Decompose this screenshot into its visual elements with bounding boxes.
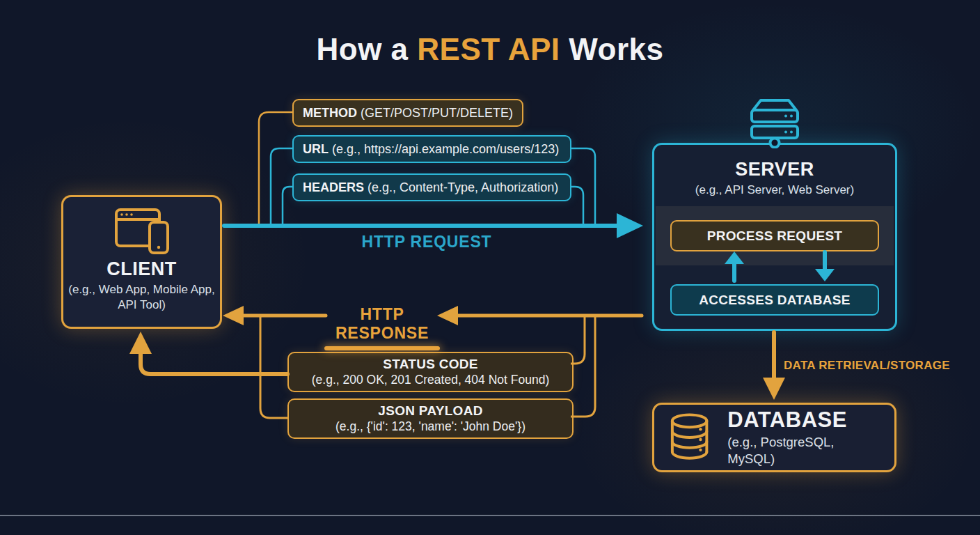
client-node: CLIENT (e.g., Web App, Mobile App, API T… <box>61 195 222 329</box>
json-payload-detail: (e.g., {'id': 123, 'name': 'John Doe'}) <box>335 419 525 434</box>
http-response-label-group: HTTP RESPONSE <box>313 305 452 350</box>
client-title: CLIENT <box>106 258 177 280</box>
method-connector <box>259 112 293 224</box>
server-database-arrow <box>763 332 785 400</box>
url-label: URL <box>303 142 329 157</box>
http-request-label: HTTP REQUEST <box>322 233 531 251</box>
headers-box: HEADERS (e.g., Content-Type, Authorizati… <box>292 173 571 201</box>
status-code-box: STATUS CODE (e.g., 200 OK, 201 Created, … <box>287 352 574 392</box>
headers-label: HEADERS <box>303 180 364 195</box>
headers-detail: (e.g., Content-Type, Authorization) <box>364 180 558 195</box>
url-detail: (e.g., https://api.example.com/users/123… <box>329 142 559 157</box>
json-payload-box: JSON PAYLOAD (e.g., {'id': 123, 'name': … <box>287 398 574 439</box>
bottom-divider <box>0 515 980 516</box>
json-payload-label: JSON PAYLOAD <box>378 403 482 419</box>
database-node: DATABASE (e.g., PostgreSQL, MySQL) <box>652 403 896 472</box>
http-response-underline <box>324 346 440 350</box>
title-highlight: REST API <box>417 32 560 66</box>
database-cylinder-icon <box>665 412 713 463</box>
method-label: METHOD <box>303 106 357 121</box>
database-subtitle: (e.g., PostgreSQL, MySQL) <box>727 434 883 467</box>
server-subtitle: (e.g., API Server, Web Server) <box>654 183 895 198</box>
process-request-box: PROCESS REQUEST <box>670 220 879 251</box>
title-post: Works <box>560 32 664 66</box>
http-response-label: HTTP RESPONSE <box>335 305 429 342</box>
page-title: How a REST API Works <box>0 32 980 67</box>
server-title: SERVER <box>654 159 895 180</box>
data-retrieval-storage-label: DATA RETRIEVAL/STORAGE <box>784 359 950 373</box>
url-box: URL (e.g., https://api.example.com/users… <box>292 135 571 163</box>
client-devices-icon <box>115 208 169 254</box>
response-return-arrow <box>129 332 287 374</box>
client-subtitle: (e.g., Web App, Mobile App, API Tool) <box>66 282 218 313</box>
method-box: METHOD (GET/POST/PUT/DELETE) <box>292 99 523 127</box>
diagram-canvas: How a REST API Works METHOD (GET/POST/PU… <box>0 0 980 535</box>
status-code-label: STATUS CODE <box>383 357 478 372</box>
database-title: DATABASE <box>727 408 847 433</box>
accesses-database-box: ACCESSES DATABASE <box>670 284 879 316</box>
status-code-detail: (e.g., 200 OK, 201 Created, 404 Not Foun… <box>312 373 549 387</box>
method-detail: (GET/POST/PUT/DELETE) <box>357 106 513 121</box>
server-node: SERVER (e.g., API Server, Web Server) PR… <box>652 143 897 331</box>
server-stack-icon <box>744 90 805 148</box>
title-pre: How a <box>317 32 418 66</box>
